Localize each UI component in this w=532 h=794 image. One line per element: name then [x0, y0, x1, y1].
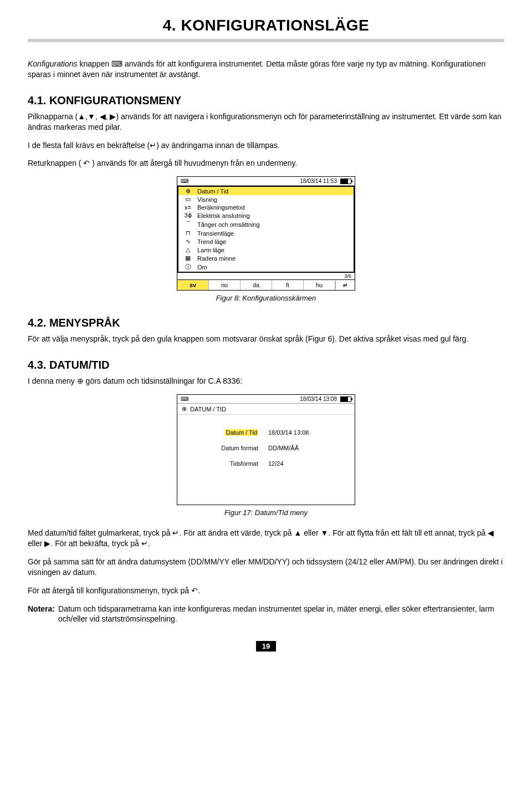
menu-label: Transientläge: [197, 230, 234, 237]
alarm-icon: △: [183, 246, 193, 253]
display-icon: ▭: [183, 196, 193, 203]
s41-p2-a: I de flesta fall krävs en bekräftelse (: [28, 141, 150, 150]
tail-p1-b: . För att ändra ett värde, tryck på: [179, 528, 294, 537]
s41-paragraph-2: I de flesta fall krävs en bekräftelse ()…: [28, 140, 504, 151]
transient-icon: ⊓: [183, 230, 193, 237]
s41-paragraph-3: Returknappen ( ) används för att återgå …: [28, 158, 504, 169]
figure-8-page-indicator: 3/6: [177, 273, 355, 279]
menu-label: Beräkningsmetod: [197, 204, 245, 211]
s43-paragraph: I denna meny görs datum och tidsinställn…: [28, 376, 504, 386]
s43-p1-b: görs datum och tidsinställningar för C.A…: [84, 376, 242, 385]
section-4-1-heading: 4.1. KONFIGURATIONSMENY: [28, 94, 504, 107]
lang-fi[interactable]: fi: [272, 280, 304, 290]
figure-8-screenshot: 18/03/14 11:53 ⊕ Datum / Tid ▭ Visning x…: [177, 176, 355, 291]
trend-icon: ∿: [183, 238, 193, 245]
enter-icon: [150, 141, 156, 150]
figure-17-row2-value: 12/24: [268, 460, 329, 467]
menu-label: Om: [197, 264, 207, 271]
figure-8-statusbar: 18/03/14 11:53: [177, 177, 355, 186]
enter-icon: [141, 539, 148, 548]
arrow-left-icon: [100, 112, 106, 121]
menu-item-datum-tid[interactable]: ⊕ Datum / Tid: [178, 187, 354, 195]
menu-item-elektrisk-anslutning[interactable]: 3ϕ Elektrisk anslutning: [178, 211, 354, 220]
battery-icon: [340, 179, 351, 184]
calc-icon: x=: [183, 204, 193, 211]
note-text: Datum och tidsparametrarna kan inte konf…: [58, 604, 504, 625]
menu-item-trend-lage[interactable]: ∿ Trend läge: [178, 237, 354, 246]
title-rule: [28, 39, 504, 42]
config-icon: [111, 59, 122, 68]
menu-item-om[interactable]: ⓘ Om: [178, 262, 354, 272]
tail-p1-a: Med datum/tid fältet gulmarkerat, tryck …: [28, 528, 172, 537]
figure-17-row1-value: DD/MM/ÅÅ: [268, 445, 329, 451]
figure-17-row-tidsformat[interactable]: Tidsformat 12/24: [183, 456, 349, 471]
menu-label: Datum / Tid: [197, 188, 228, 195]
menu-item-larm-lage[interactable]: △ Larm läge: [178, 246, 354, 254]
return-icon: [191, 586, 198, 595]
arrow-down-icon: [321, 528, 329, 537]
figure-17-datetime: 18/03/14 13:08: [300, 396, 337, 402]
page-title: 4. KONFIGURATIONSLÄGE: [28, 17, 504, 34]
menu-item-berakningsmetod[interactable]: x= Beräkningsmetod: [178, 203, 354, 211]
figure-8-status-right: 18/03/14 11:53: [300, 178, 351, 184]
figure-8-menu: ⊕ Datum / Tid ▭ Visning x= Beräkningsmet…: [178, 187, 354, 272]
page-number: 19: [256, 641, 276, 652]
tail-p3-a: För att återgå till konfigurationsmenyn,…: [28, 586, 191, 595]
menu-item-transientlage[interactable]: ⊓ Transientläge: [178, 229, 354, 237]
figure-17-statusbar: 18/03/14 13:08: [177, 395, 355, 404]
figure-8-menu-frame: ⊕ Datum / Tid ▭ Visning x= Beräkningsmet…: [177, 186, 355, 273]
note-block: Notera: Datum och tidsparametrarna kan i…: [28, 604, 504, 625]
figure-17-screenshot: 18/03/14 13:08 DATUM / TID Datum / Tid 1…: [177, 394, 355, 505]
phase-icon: 3ϕ: [183, 212, 193, 219]
figure-17-status-right: 18/03/14 13:08: [300, 396, 351, 402]
s43-p1-a: I denna meny: [28, 376, 77, 385]
figure-17-row-datum-format[interactable]: Datum format DD/MM/ÅÅ: [183, 440, 349, 456]
tail-p1-f: . För att bekräfta, tryck på: [50, 539, 141, 548]
s41-p2-b: ) av ändringarna innan de tillämpas.: [156, 141, 280, 150]
lang-page-icon[interactable]: ⇄: [335, 281, 355, 289]
section-4-3-heading: 4.3. DATUM/TID: [28, 359, 504, 371]
menu-label: Larm läge: [197, 247, 224, 253]
s41-p1-a: Pilknapparna (: [28, 112, 78, 121]
section-4-2-heading: 4.2. MENYSPRÅK: [28, 317, 504, 329]
menu-label: Elektrisk anslutning: [197, 212, 250, 219]
lang-da[interactable]: da: [241, 280, 272, 290]
figure-8-language-bar: sv no da fi hu ⇄: [177, 279, 355, 290]
tail-p1-d: . För att flytta från ett fält till ett …: [328, 528, 488, 537]
clock-icon: [77, 376, 84, 385]
figure-17-row2-label: Tidsformat: [203, 460, 258, 467]
figure-17-status-left: [181, 396, 188, 402]
s41-paragraph-1: Pilknapparna (,, , ) används för att nav…: [28, 111, 504, 133]
figure-17-body: Datum / Tid 18/03/14 13:08 Datum format …: [177, 415, 355, 505]
figure-17-row-datum-tid[interactable]: Datum / Tid 18/03/14 13:08: [183, 425, 349, 440]
menu-item-radera-minne[interactable]: ▦ Radera minne: [178, 254, 354, 262]
menu-item-visning[interactable]: ▭ Visning: [178, 195, 354, 203]
tail-p1-e: eller: [28, 539, 44, 548]
info-icon: ⓘ: [183, 263, 193, 271]
erase-icon: ▦: [183, 255, 193, 262]
enter-icon: [172, 528, 179, 537]
figure-8-status-left: [181, 178, 188, 184]
figure-17-row0-value: 18/03/14 13:08: [268, 429, 329, 436]
menu-label: Visning: [197, 196, 217, 203]
lang-no[interactable]: no: [209, 280, 241, 290]
arrow-up-icon: [294, 528, 301, 537]
arrow-up-icon: [78, 112, 85, 121]
figure-8-datetime: 18/03/14 11:53: [300, 178, 337, 184]
battery-icon: [340, 396, 351, 402]
s42-paragraph: För att välja menyspråk, tryck på den gu…: [28, 334, 504, 344]
figure-17-title-bar: DATUM / TID: [177, 404, 355, 415]
tail-p3-b: .: [198, 586, 200, 595]
intro-word-configurations: Konfigurations: [28, 59, 78, 68]
arrow-right-icon: [110, 112, 116, 121]
status-config-icon: [181, 396, 188, 402]
clock-icon: ⊕: [183, 187, 193, 195]
figure-17-title: DATUM / TID: [190, 406, 226, 413]
intro-paragraph: Konfigurations knappen används för att k…: [28, 59, 504, 80]
lang-hu[interactable]: hu: [304, 280, 335, 290]
lang-sv[interactable]: sv: [177, 280, 209, 290]
menu-label: Radera minne: [197, 255, 236, 262]
s41-p1-b: ) används för att navigera i konfigurati…: [28, 112, 502, 131]
menu-item-tanger[interactable]: ⌒ Tånger och omsättning: [178, 220, 354, 229]
figure-17-row1-label: Datum format: [203, 445, 258, 451]
